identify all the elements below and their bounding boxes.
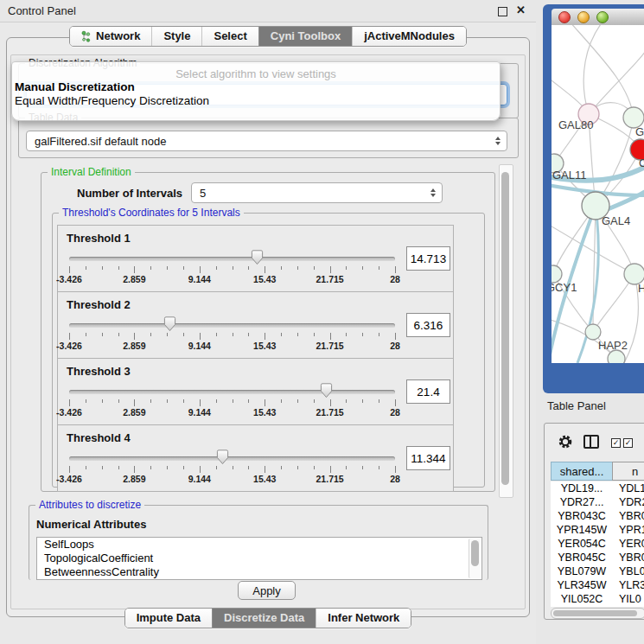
algorithm-popup: Select algorithm to view settings Manual… [11,61,501,121]
slider-scale-label: -3.426 [56,274,82,284]
table-row[interactable]: YBR043CYBR0 [551,509,644,523]
minimize-traffic-light-icon[interactable] [577,11,590,23]
threshold-2-value-field[interactable]: 6.316 [406,313,450,337]
slider-scale-label: 15.43 [253,474,276,484]
table-row[interactable]: YIL052CYIL0 [551,592,644,606]
network-window: GAL80GACGAL11GAL4GCY1HHAP2 [543,4,644,393]
tab-style[interactable]: Style [151,27,201,46]
zoom-traffic-light-icon[interactable] [596,11,609,23]
threshold-3-slider[interactable] [69,390,395,394]
attribute-item-selfloops[interactable]: SelfLoops [37,538,481,552]
network-node[interactable] [608,350,625,363]
cell-name: YDL1 [613,482,644,494]
cell-name: YER0 [613,538,644,550]
checkbox-icon[interactable]: ✓ [611,438,621,448]
number-of-intervals-combo[interactable]: 5 [191,182,443,203]
top-tab-bar: NetworkStyleSelectCyni ToolboxjActiveMNo… [0,26,536,47]
slider-scale-label: 9.144 [188,341,211,351]
cell-shared-name: YDR27... [551,496,613,508]
float-window-icon[interactable] [498,7,507,16]
attribute-item-betweennesscentrality[interactable]: BetweennessCentrality [37,565,481,579]
threshold-2-slider[interactable] [69,323,395,328]
settings-scrollbar[interactable] [499,164,513,498]
gear-icon[interactable] [558,434,573,452]
tab-select[interactable]: Select [201,27,258,46]
settings-scrollbar-thumb[interactable] [501,172,509,485]
table-row[interactable]: YBL079WYBL0 [551,564,644,578]
cell-name: YBR0 [613,552,644,564]
numerical-attributes-list[interactable]: SelfLoopsTopologicalCoefficientBetweenne… [36,537,482,580]
attributes-list-scrollbar[interactable] [469,539,481,578]
checkbox-icon[interactable]: ✓ [623,438,633,448]
table-row[interactable]: YDR27...YDR2 [551,495,644,509]
threshold-4-slider-thumb[interactable] [216,450,229,468]
threshold-4-value-field[interactable]: 11.344 [406,446,450,470]
slider-scale-label: 21.715 [316,274,344,284]
cell-shared-name: YIL052C [551,593,613,605]
slider-scale-label: 9.144 [188,274,211,284]
tab-network[interactable]: Network [70,27,151,46]
slider-scale-label: 28 [390,341,400,351]
cell-shared-name: YBL079W [551,565,613,577]
attributes-list-scrollbar-thumb[interactable] [471,540,479,566]
algorithm-option-equal-width-frequency-discretization[interactable]: Equal Width/Frequency Discretization [12,94,500,108]
table-row[interactable]: YPR145WYPR1 [551,523,644,537]
column-header-shared-name[interactable]: shared... [551,462,613,481]
attributes-group: Attributes to discretize Numerical Attri… [29,505,488,580]
tab-impute-data[interactable]: Impute Data [125,609,212,628]
threshold-2-slider-thumb[interactable] [163,316,176,335]
threshold-1-slider[interactable] [69,257,395,261]
threshold-1-panel: Threshold 1-3.4262.8599.14415.4321.71528… [57,225,454,292]
tab-label: Style [163,29,190,42]
attributes-group-title: Attributes to discretize [35,499,144,511]
node-label-gal11: GAL11 [552,169,587,182]
close-traffic-light-icon[interactable] [558,11,571,23]
algorithm-option-manual-discretization[interactable]: Manual Discretization [12,80,500,94]
split-columns-icon[interactable] [583,435,599,449]
table-horizontal-scrollbar-thumb[interactable] [553,610,637,616]
interval-definition-group-title: Interval Definition [48,166,135,178]
slider-scale-label: 9.144 [188,474,211,484]
apply-button[interactable]: Apply [238,581,296,600]
table-panel-toolbar: ✓ ✓ [545,429,644,455]
network-graph [552,25,644,363]
thresholds-group-title: Threshold's Coordinates for 5 Intervals [59,207,244,219]
table-row[interactable]: YLR345WYLR3 [551,578,644,592]
threshold-1-label: Threshold 1 [67,232,131,245]
table-row[interactable]: YBR045CYBR0 [551,551,644,564]
table-data-combo[interactable]: galFiltered.sif default node [26,131,507,151]
column-header-name[interactable]: n [612,462,644,481]
tab-label: Select [214,29,246,42]
slider-scale-label: -3.426 [56,341,82,351]
close-icon[interactable]: ✕ [516,3,526,16]
network-node[interactable] [585,324,601,340]
table-horizontal-scrollbar[interactable] [551,608,644,619]
threshold-4-panel: Threshold 4-3.4262.8599.14415.4321.71528… [57,424,454,492]
network-window-titlebar[interactable] [552,9,644,26]
table-row[interactable]: YDL19...YDL1 [551,481,644,495]
threshold-3-value-field[interactable]: 21.4 [406,379,450,404]
tab-jactivemnodules[interactable]: jActiveMNodules [352,27,466,46]
tab-infer-network[interactable]: Infer Network [316,609,411,628]
cell-shared-name: YER054C [551,538,613,550]
node-label-h: H [638,282,644,295]
slider-scale-label: 2.859 [123,407,145,418]
tab-cyni-toolbox[interactable]: Cyni Toolbox [258,27,352,46]
cell-name: YDR2 [613,496,644,508]
threshold-3-slider-thumb[interactable] [320,383,333,401]
attribute-item-topologicalcoefficient[interactable]: TopologicalCoefficient [37,552,481,565]
cell-name: YPR1 [613,524,644,536]
network-node[interactable] [552,265,562,283]
slider-scale-label: 15.43 [253,274,276,284]
cyni-toolbox-panel: Discretization Algorithm Select algorith… [6,37,530,617]
network-canvas[interactable]: GAL80GACGAL11GAL4GCY1HHAP2 [552,25,644,363]
threshold-4-slider[interactable] [69,456,395,461]
threshold-1-slider-thumb[interactable] [251,250,264,268]
cell-shared-name: YBR045C [551,552,613,564]
threshold-1-value-field[interactable]: 14.713 [406,246,450,271]
threshold-3-label: Threshold 3 [67,365,131,378]
cell-shared-name: YPR145W [551,524,613,536]
slider-scale-label: 15.43 [253,341,276,351]
tab-discretize-data[interactable]: Discretize Data [212,609,316,628]
table-row[interactable]: YER054CYER0 [551,537,644,551]
